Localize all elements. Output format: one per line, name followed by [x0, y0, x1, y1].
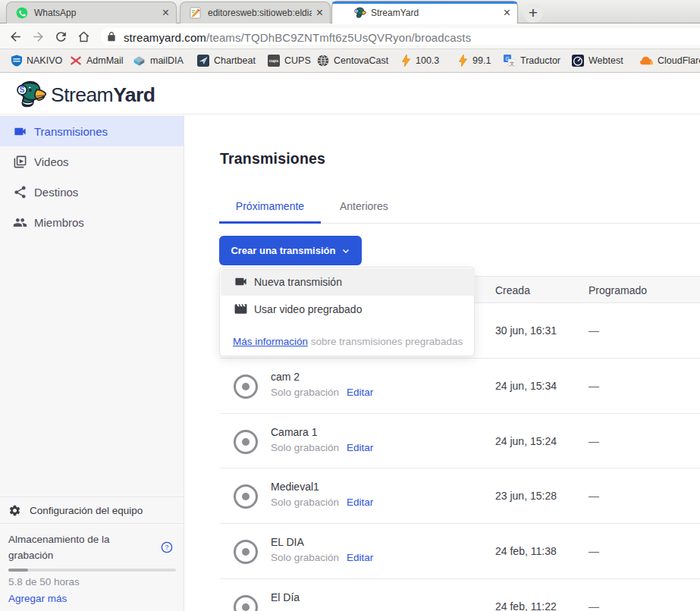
svg-text:文: 文	[510, 61, 515, 66]
svg-text:?: ?	[165, 544, 169, 551]
svg-text:cups: cups	[269, 58, 278, 63]
svg-text:S: S	[356, 9, 358, 13]
svg-text:S: S	[20, 86, 25, 94]
